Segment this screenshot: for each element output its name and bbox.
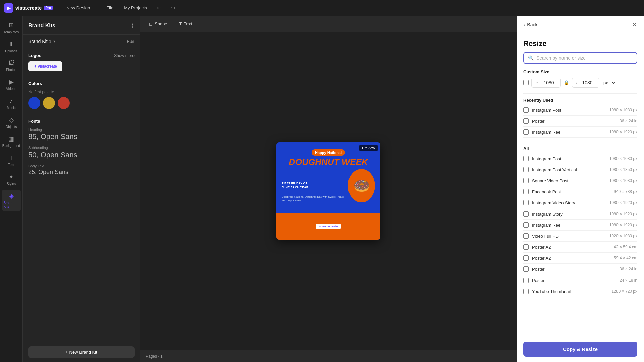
- logos-show-more-btn[interactable]: Show more: [114, 53, 135, 58]
- all-facebook-post-checkbox[interactable]: [523, 189, 529, 194]
- templates-icon: ⊞: [9, 21, 14, 29]
- kit-dropdown-icon[interactable]: ▾: [53, 39, 55, 44]
- all-square-video-post-checkbox[interactable]: [523, 178, 529, 183]
- height-input[interactable]: [579, 80, 596, 85]
- all-item-instagram-story[interactable]: Instagram Story 362 × 644 px: [523, 208, 637, 220]
- videos-icon: ▶: [9, 78, 14, 86]
- recent-item-instagram-post[interactable]: Instagram Post 1080 × 1080 px: [523, 105, 637, 116]
- all-youtube-thumbnail-checkbox[interactable]: [523, 289, 529, 294]
- back-btn[interactable]: ‹ Back: [523, 22, 537, 28]
- all-item-poster-36x24[interactable]: Poster 36 × 24 in: [523, 264, 637, 275]
- doughnut-character: 🍩: [348, 169, 375, 202]
- all-youtube-thumbnail-dims: 1280 × 720 px: [612, 289, 637, 294]
- all-poster-24x18-checkbox[interactable]: [523, 278, 529, 283]
- left-text-line2: JUNE EACH YEAR: [282, 186, 348, 190]
- all-square-video-post-name: Square Video Post: [532, 178, 609, 183]
- color-swatch-blue[interactable]: [28, 97, 40, 109]
- edit-kit-btn[interactable]: Edit: [127, 39, 135, 44]
- all-item-poster-24x18[interactable]: Poster 24 × 18 in: [523, 275, 637, 286]
- logo-icon: ▶: [4, 3, 13, 13]
- sidebar-item-brand-kits[interactable]: ◈ Brand Kits: [2, 190, 21, 211]
- text-tool-btn[interactable]: T Text: [176, 19, 196, 28]
- all-instagram-reel-name: Instagram Reel: [532, 223, 609, 228]
- sidebar-item-background[interactable]: ▦ Background: [2, 133, 21, 150]
- sidebar-item-templates[interactable]: ⊞ Templates: [2, 19, 21, 37]
- all-item-square-video-post[interactable]: Square Video Post 1080 × 1080 px: [523, 175, 637, 186]
- all-instagram-post-checkbox[interactable]: [523, 156, 529, 161]
- all-item-youtube-thumbnail[interactable]: YouTube Thumbnail 1280 × 720 px: [523, 286, 637, 297]
- all-instagram-post-vertical-dims: 1080 × 1350 px: [609, 167, 637, 172]
- all-poster-36x24-dims: 36 × 24 in: [620, 267, 637, 272]
- recent-instagram-reel-dims: 362 × 644 px: [609, 130, 637, 134]
- recent-item-instagram-reel[interactable]: Instagram Reel 362 × 644 px: [523, 127, 637, 138]
- text-tool-label: Text: [184, 21, 192, 26]
- all-youtube-thumbnail-name: YouTube Thumbnail: [532, 289, 612, 294]
- sidebar-item-videos[interactable]: ▶ Videos: [2, 76, 21, 94]
- search-input[interactable]: [536, 55, 633, 61]
- sidebar-item-styles[interactable]: ✦ Styles: [2, 171, 21, 188]
- recent-instagram-post-dims: 1080 × 1080 px: [609, 108, 637, 112]
- color-swatch-gold[interactable]: [43, 97, 55, 109]
- unit-select[interactable]: px in cm: [602, 80, 616, 86]
- styles-icon: ✦: [9, 173, 14, 181]
- height-input-group: ↕: [572, 78, 599, 88]
- all-instagram-story-checkbox[interactable]: [523, 211, 529, 217]
- brand-kits-icon: ◈: [9, 192, 14, 200]
- body-font-label: Body Text: [28, 164, 135, 168]
- design-middle: FIRST FRIDAY OF JUNE EACH YEAR Celebrate…: [282, 169, 375, 202]
- all-poster-36x24-checkbox[interactable]: [523, 266, 529, 272]
- all-instagram-video-story-checkbox[interactable]: [523, 200, 529, 205]
- lock-icon: 🔒: [564, 80, 569, 85]
- all-item-poster-a2-landscape[interactable]: Poster A2 59.4 × 42 cm: [523, 253, 637, 264]
- all-item-instagram-reel[interactable]: Instagram Reel 362 × 644 px: [523, 220, 637, 231]
- my-projects-btn[interactable]: My Projects: [121, 4, 150, 12]
- new-brand-kit-btn[interactable]: + New Brand Kit: [28, 346, 135, 358]
- sidebar-item-uploads[interactable]: ⬆ Uploads: [2, 38, 21, 56]
- resize-content: Custom Size ↔ 🔒 ↕ px in cm: [517, 69, 644, 336]
- new-design-btn[interactable]: New Design: [64, 4, 93, 12]
- recent-poster-checkbox[interactable]: [523, 118, 529, 124]
- all-instagram-post-vertical-checkbox[interactable]: [523, 167, 529, 172]
- all-item-instagram-post[interactable]: Instagram Post 1080 × 1080 px: [523, 153, 637, 164]
- all-square-video-post-dims: 1080 × 1080 px: [609, 178, 637, 183]
- canvas-content[interactable]: Preview Happy National DOUGHNUT WEEK FIR…: [140, 32, 517, 350]
- collapse-panel-btn[interactable]: ⟩: [131, 21, 135, 30]
- all-video-full-hd-checkbox[interactable]: [523, 233, 529, 239]
- undo-btn[interactable]: ↩: [155, 3, 163, 12]
- recent-instagram-post-checkbox[interactable]: [523, 107, 529, 113]
- copy-resize-btn[interactable]: Copy & Resize: [523, 342, 637, 357]
- all-item-video-full-hd[interactable]: Video Full HD 644 × 362 px: [523, 231, 637, 242]
- sidebar-label-uploads: Uploads: [5, 49, 17, 53]
- close-resize-btn[interactable]: ✕: [632, 21, 637, 28]
- all-poster-a2-landscape-checkbox[interactable]: [523, 255, 529, 261]
- logo-text: ✦ vistacreate: [34, 64, 57, 69]
- sidebar-label-background: Background: [2, 144, 20, 148]
- all-item-instagram-video-story[interactable]: Instagram Video Story 362 × 644 px: [523, 197, 637, 208]
- all-poster-a2-portrait-dims: 42 × 59.4 cm: [614, 245, 637, 249]
- topbar: ▶ vistacreate Pro New Design File My Pro…: [0, 0, 644, 16]
- custom-size-checkbox[interactable]: [523, 80, 529, 85]
- all-sizes-label: All: [523, 146, 637, 151]
- recent-item-poster[interactable]: Poster 36 × 24 in: [523, 116, 637, 127]
- all-instagram-reel-checkbox[interactable]: [523, 222, 529, 228]
- all-poster-a2-portrait-checkbox[interactable]: [523, 244, 529, 250]
- sidebar-item-objects[interactable]: ◇ Objects: [2, 114, 21, 131]
- recent-instagram-reel-checkbox[interactable]: [523, 129, 529, 135]
- color-swatch-red[interactable]: [58, 97, 70, 109]
- redo-btn[interactable]: ↪: [169, 3, 177, 12]
- file-menu-btn[interactable]: File: [104, 4, 116, 12]
- shape-tool-icon: ◻: [149, 21, 153, 26]
- sidebar-item-music[interactable]: ♪ Music: [2, 95, 21, 112]
- brand-panel-header: Brand Kits ⟩: [23, 16, 140, 35]
- sidebar-label-brand-kits: Brand Kits: [4, 201, 19, 208]
- all-item-poster-a2-portrait[interactable]: Poster A2 42 × 59.4 cm: [523, 242, 637, 253]
- all-item-facebook-post[interactable]: Facebook Post 940 × 788 px: [523, 186, 637, 197]
- sidebar-item-text[interactable]: T Text: [2, 152, 21, 169]
- shape-tool-btn[interactable]: ◻ Shape: [146, 19, 171, 28]
- custom-size-row: ↔ 🔒 ↕ px in cm: [523, 78, 637, 88]
- width-input[interactable]: [540, 80, 557, 85]
- all-item-instagram-post-vertical[interactable]: Instagram Post Vertical 1080 × 1350 px: [523, 164, 637, 175]
- sidebar-item-photos[interactable]: 🖼 Photos: [2, 57, 21, 74]
- left-text-block: FIRST FRIDAY OF JUNE EACH YEAR Celebrate…: [282, 182, 348, 202]
- pro-badge: Pro: [44, 6, 53, 10]
